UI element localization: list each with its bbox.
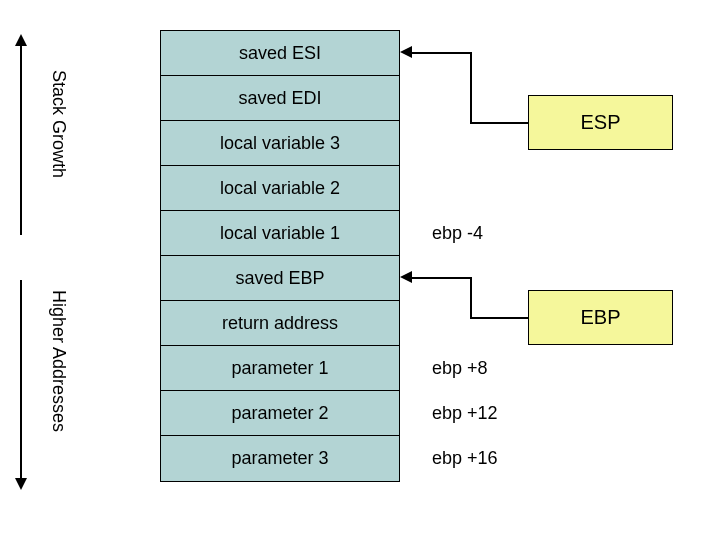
ebp-connector-h2: [412, 277, 472, 279]
offset-local1: ebp -4: [432, 223, 483, 244]
stack-frame: saved ESI saved EDI local variable 3 loc…: [160, 30, 400, 482]
esp-connector-v: [470, 52, 472, 124]
growth-arrow-line: [20, 45, 22, 235]
stack-cell-saved-esi: saved ESI: [161, 31, 399, 76]
stack-cell-local1: local variable 1: [161, 211, 399, 256]
offset-param2: ebp +12: [432, 403, 498, 424]
stack-cell-return-addr: return address: [161, 301, 399, 346]
esp-box: ESP: [528, 95, 673, 150]
ebp-connector-v: [470, 277, 472, 319]
higher-addresses-label: Higher Addresses: [48, 290, 69, 432]
ebp-box: EBP: [528, 290, 673, 345]
stack-cell-saved-ebp: saved EBP: [161, 256, 399, 301]
offset-param3: ebp +16: [432, 448, 498, 469]
ebp-connector-h: [470, 317, 528, 319]
esp-arrowhead-icon: [400, 46, 412, 58]
growth-arrowhead-icon: [15, 34, 27, 46]
offset-param1: ebp +8: [432, 358, 488, 379]
ebp-arrowhead-icon: [400, 271, 412, 283]
esp-connector-h2: [412, 52, 472, 54]
stack-cell-param3: parameter 3: [161, 436, 399, 481]
stack-cell-local2: local variable 2: [161, 166, 399, 211]
stack-cell-param1: parameter 1: [161, 346, 399, 391]
higher-arrowhead-icon: [15, 478, 27, 490]
stack-cell-local3: local variable 3: [161, 121, 399, 166]
stack-cell-saved-edi: saved EDI: [161, 76, 399, 121]
stack-growth-label: Stack Growth: [48, 70, 69, 178]
higher-arrow-line: [20, 280, 22, 480]
esp-connector-h: [470, 122, 528, 124]
stack-cell-param2: parameter 2: [161, 391, 399, 436]
